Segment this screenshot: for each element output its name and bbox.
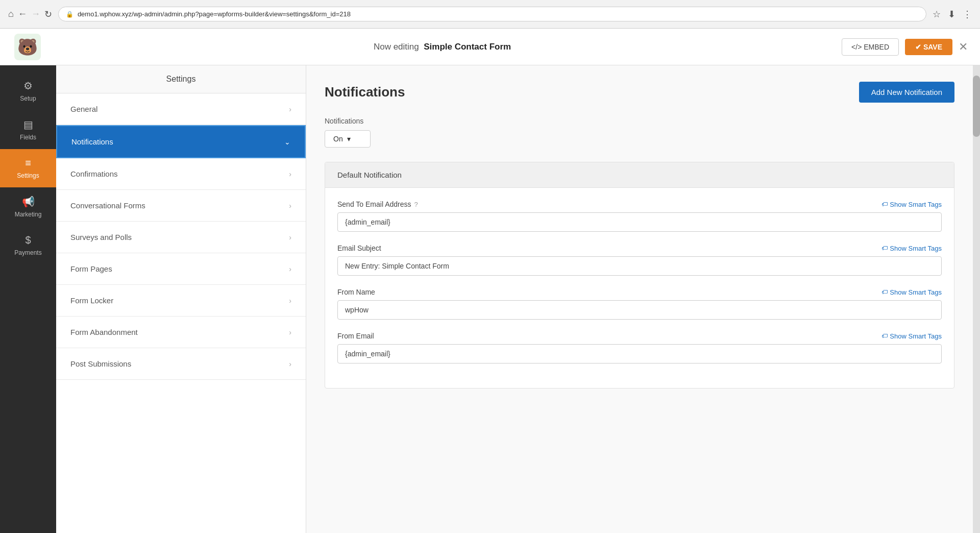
- send-to-email-label-row: Send To Email Address ? 🏷 Show Smart Tag…: [337, 200, 942, 208]
- sidebar-label-setup: Setup: [20, 95, 36, 102]
- home-icon[interactable]: ⌂: [8, 9, 14, 19]
- notifications-value: On: [333, 135, 343, 143]
- fields-icon: ▤: [23, 118, 33, 131]
- settings-header-title: Settings: [56, 65, 306, 93]
- browser-nav: ⌂ ← → ↻: [8, 9, 52, 20]
- settings-menu-form-abandonment[interactable]: Form Abandonment ›: [56, 317, 306, 348]
- sidebar-label-marketing: Marketing: [15, 211, 42, 218]
- back-icon[interactable]: ←: [18, 9, 27, 19]
- send-to-email-input[interactable]: [337, 212, 942, 232]
- embed-button[interactable]: </> EMBED: [842, 38, 899, 56]
- email-subject-input[interactable]: [337, 256, 942, 276]
- show-smart-tags-label-3: Show Smart Tags: [890, 288, 942, 296]
- chevron-right-icon-4: ›: [289, 233, 291, 241]
- sidebar-label-fields: Fields: [20, 134, 36, 141]
- settings-menu-notifications[interactable]: Notifications ⌄: [56, 125, 306, 158]
- chevron-right-icon-5: ›: [289, 265, 291, 273]
- email-subject-label-row: Email Subject 🏷 Show Smart Tags: [337, 244, 942, 252]
- bookmark-icon[interactable]: ☆: [933, 9, 941, 20]
- main-layout: ⚙ Setup ▤ Fields ≡ Settings 📢 Marketing …: [0, 65, 980, 533]
- settings-icon: ≡: [25, 157, 31, 169]
- sidebar-item-payments[interactable]: $ Payments: [0, 226, 56, 264]
- notifications-toggle-label: Notifications: [325, 117, 954, 125]
- help-icon-send-to-email[interactable]: ?: [414, 201, 418, 208]
- settings-menu-post-submissions-label: Post Submissions: [70, 359, 131, 368]
- tag-icon-3: 🏷: [881, 288, 888, 296]
- close-button[interactable]: ✕: [959, 40, 968, 54]
- settings-menu-general[interactable]: General ›: [56, 93, 306, 125]
- chevron-down-icon: ⌄: [284, 138, 290, 146]
- settings-sidebar: Settings General › Notifications ⌄ Confi…: [56, 65, 306, 533]
- email-subject-label-text: Email Subject: [337, 244, 381, 252]
- download-icon[interactable]: ⬇: [948, 9, 955, 20]
- send-to-email-group: Send To Email Address ? 🏷 Show Smart Tag…: [337, 200, 942, 232]
- tag-icon-4: 🏷: [881, 332, 888, 340]
- from-email-label-row: From Email 🏷 Show Smart Tags: [337, 332, 942, 340]
- email-subject-group: Email Subject 🏷 Show Smart Tags: [337, 244, 942, 276]
- send-to-email-label: Send To Email Address ?: [337, 200, 418, 208]
- settings-menu-notifications-label: Notifications: [71, 137, 113, 146]
- logo-bear-icon: 🐻: [14, 34, 41, 60]
- setup-icon: ⚙: [23, 80, 33, 92]
- forward-icon[interactable]: →: [31, 9, 40, 19]
- show-smart-tags-label-4: Show Smart Tags: [890, 332, 942, 340]
- right-scrollbar[interactable]: [973, 65, 980, 533]
- app-header-actions: </> EMBED ✔ SAVE ✕: [842, 38, 968, 56]
- notifications-select: On ▾: [325, 130, 954, 148]
- settings-menu-form-locker-label: Form Locker: [70, 296, 113, 305]
- menu-icon[interactable]: ⋮: [963, 9, 972, 20]
- settings-menu-surveys-polls[interactable]: Surveys and Polls ›: [56, 222, 306, 253]
- scrollbar-thumb: [973, 76, 980, 137]
- default-notification-header: Default Notification: [325, 162, 954, 188]
- sidebar-item-marketing[interactable]: 📢 Marketing: [0, 187, 56, 226]
- icon-sidebar: ⚙ Setup ▤ Fields ≡ Settings 📢 Marketing …: [0, 65, 56, 533]
- show-smart-tags-from-name[interactable]: 🏷 Show Smart Tags: [881, 288, 942, 296]
- sidebar-item-setup[interactable]: ⚙ Setup: [0, 71, 56, 110]
- show-smart-tags-label-1: Show Smart Tags: [890, 201, 942, 208]
- settings-menu-form-locker[interactable]: Form Locker ›: [56, 285, 306, 317]
- settings-menu-general-label: General: [70, 105, 97, 113]
- from-email-label-text: From Email: [337, 332, 374, 340]
- settings-menu-post-submissions[interactable]: Post Submissions ›: [56, 348, 306, 380]
- show-smart-tags-email-subject[interactable]: 🏷 Show Smart Tags: [881, 245, 942, 252]
- app-logo: 🐻: [12, 32, 43, 62]
- chevron-right-icon-6: ›: [289, 297, 291, 305]
- settings-menu-conversational-forms-label: Conversational Forms: [70, 201, 145, 210]
- address-bar[interactable]: 🔒 demo1.wphow.xyz/wp-admin/admin.php?pag…: [58, 7, 926, 21]
- reload-icon[interactable]: ↻: [44, 9, 52, 20]
- sidebar-item-settings[interactable]: ≡ Settings: [0, 149, 56, 187]
- app-header: 🐻 Now editing Simple Contact Form </> EM…: [0, 29, 980, 65]
- from-name-input[interactable]: [337, 300, 942, 320]
- chevron-right-icon-3: ›: [289, 202, 291, 210]
- sidebar-item-fields[interactable]: ▤ Fields: [0, 110, 56, 149]
- from-name-label: From Name: [337, 288, 375, 296]
- email-subject-label: Email Subject: [337, 244, 381, 252]
- settings-menu-surveys-polls-label: Surveys and Polls: [70, 233, 132, 241]
- main-content: Notifications Add New Notification Notif…: [306, 65, 973, 533]
- save-button[interactable]: ✔ SAVE: [905, 39, 952, 55]
- app-header-title: Now editing Simple Contact Form: [43, 42, 842, 52]
- lock-icon: 🔒: [66, 11, 74, 18]
- from-email-input[interactable]: [337, 344, 942, 364]
- from-name-group: From Name 🏷 Show Smart Tags: [337, 288, 942, 320]
- default-notification-panel: Default Notification Send To Email Addre…: [325, 162, 954, 389]
- from-name-label-row: From Name 🏷 Show Smart Tags: [337, 288, 942, 296]
- show-smart-tags-send-to-email[interactable]: 🏷 Show Smart Tags: [881, 201, 942, 208]
- chevron-right-icon-8: ›: [289, 360, 291, 368]
- show-smart-tags-label-2: Show Smart Tags: [890, 245, 942, 252]
- sidebar-label-settings: Settings: [17, 172, 39, 179]
- chevron-right-icon-2: ›: [289, 170, 291, 178]
- notifications-toggle-group: Notifications On ▾: [325, 117, 954, 148]
- settings-menu-conversational-forms[interactable]: Conversational Forms ›: [56, 190, 306, 222]
- notifications-dropdown[interactable]: On ▾: [325, 130, 371, 148]
- chevron-right-icon: ›: [289, 105, 291, 113]
- form-name: Simple Contact Form: [424, 42, 511, 52]
- settings-menu-confirmations[interactable]: Confirmations ›: [56, 158, 306, 190]
- add-new-notification-button[interactable]: Add New Notification: [859, 82, 954, 103]
- settings-menu-confirmations-label: Confirmations: [70, 169, 118, 178]
- from-name-label-text: From Name: [337, 288, 375, 296]
- url-text: demo1.wphow.xyz/wp-admin/admin.php?page=…: [78, 10, 351, 18]
- settings-menu-form-pages[interactable]: Form Pages ›: [56, 253, 306, 285]
- content-header: Notifications Add New Notification: [325, 82, 954, 103]
- show-smart-tags-from-email[interactable]: 🏷 Show Smart Tags: [881, 332, 942, 340]
